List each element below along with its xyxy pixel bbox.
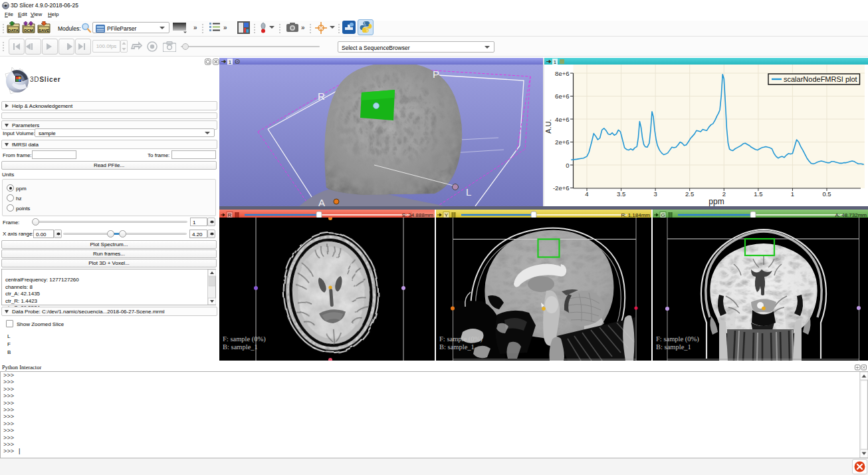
- svg-text:B: sample_1: B: sample_1: [439, 343, 475, 351]
- svg-text:B: sample_1: B: sample_1: [223, 343, 258, 351]
- svg-text:0.5: 0.5: [822, 190, 831, 198]
- svg-text:2.5: 2.5: [685, 190, 694, 198]
- svg-text:F: sample (0%): F: sample (0%): [439, 335, 483, 343]
- svg-text:1: 1: [791, 190, 794, 198]
- svg-text:ppm: ppm: [708, 197, 724, 206]
- svg-text:3.5: 3.5: [617, 190, 625, 198]
- svg-text:P: P: [433, 69, 439, 80]
- svg-text:1.5: 1.5: [754, 190, 762, 198]
- svg-text:-2e+6: -2e+6: [553, 184, 570, 192]
- svg-text:F: sample (0%): F: sample (0%): [656, 335, 699, 343]
- svg-text:8e+6: 8e+6: [555, 70, 569, 77]
- svg-text:F: sample (0%): F: sample (0%): [223, 335, 266, 343]
- svg-text:B: sample_1: B: sample_1: [656, 343, 691, 351]
- svg-text:3: 3: [653, 190, 657, 198]
- svg-text:6e+6: 6e+6: [555, 92, 569, 100]
- svg-text:0: 0: [566, 162, 569, 169]
- svg-text:1: 1: [554, 59, 557, 65]
- svg-text:scalarNodeFMRSI plot: scalarNodeFMRSI plot: [784, 75, 857, 83]
- svg-text:R: R: [318, 90, 325, 102]
- svg-text:DATA: DATA: [8, 29, 19, 33]
- svg-text:1: 1: [229, 59, 232, 65]
- svg-text:4: 4: [585, 190, 588, 198]
- svg-text:A.U.: A.U.: [544, 119, 552, 133]
- svg-text:DCM: DCM: [24, 29, 33, 33]
- svg-text:4e+6: 4e+6: [555, 116, 569, 123]
- svg-text:SAVE: SAVE: [39, 29, 49, 33]
- svg-text:A: A: [318, 197, 325, 206]
- svg-text:L: L: [466, 186, 471, 198]
- svg-text:2e+6: 2e+6: [555, 138, 569, 146]
